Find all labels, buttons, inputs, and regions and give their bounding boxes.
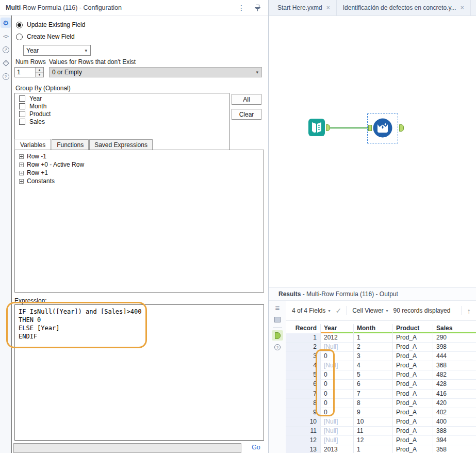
table-cell-prod[interactable]: Prod_A [393,399,433,408]
doc-tab-partial[interactable]: M [471,0,476,15]
expand-icon[interactable] [19,171,24,175]
radio-create-new-field[interactable]: Create New Field [16,33,75,40]
table-row[interactable]: 11[Null]11Prod_A388 [286,427,476,436]
all-button[interactable]: All [232,94,261,105]
col-header-month[interactable]: Month [354,324,393,333]
expression-editor[interactable]: IF IsNull([Year]) and [Sales]>400 THEN 0… [14,304,264,441]
table-cell-month[interactable]: 11 [354,427,393,436]
table-cell-year[interactable]: [Null] [321,417,354,427]
expand-icon[interactable] [19,179,24,184]
col-header-sales[interactable]: Sales [433,324,476,333]
fields-summary-dropdown[interactable]: 4 of 4 Fields [292,307,325,314]
table-cell-year[interactable]: 0 [321,370,354,380]
help-icon[interactable]: ? [272,342,283,352]
table-cell-month[interactable]: 6 [354,380,393,389]
table-cell-rec[interactable]: 9 [286,408,321,417]
stepper-down-icon[interactable]: ▾ [36,73,43,77]
table-cell-month[interactable]: 7 [354,390,393,399]
tree-item-constants[interactable]: Constants [19,177,264,185]
list-view-icon[interactable]: ≡ [272,302,283,313]
table-cell-rec[interactable]: 11 [286,427,321,436]
table-cell-sales[interactable]: 394 [433,436,476,445]
output-anchor-selected[interactable] [272,330,283,341]
table-row[interactable]: 12[Null]12Prod_A394 [286,436,476,445]
search-input[interactable] [13,443,241,453]
profile-view-icon[interactable] [272,314,283,325]
table-cell-rec[interactable]: 13 [286,445,321,453]
table-cell-month[interactable]: 5 [354,370,393,380]
output-anchor[interactable] [326,124,330,131]
table-cell-year[interactable]: [Null] [321,343,354,352]
table-cell-prod[interactable]: Prod_A [393,333,433,343]
table-cell-year[interactable]: 0 [321,380,354,389]
tab-saved-expressions[interactable]: Saved Expressions [89,139,153,150]
table-row[interactable]: 606Prod_A428 [286,380,476,389]
expand-icon[interactable] [19,154,24,159]
tree-item-row-plus-1[interactable]: Row +1 [19,169,264,177]
table-cell-prod[interactable]: Prod_A [393,408,433,417]
table-cell-sales[interactable]: 400 [433,417,476,427]
radio-update-existing-field[interactable]: Update Existing Field [16,21,85,28]
table-cell-year[interactable]: 2013 [321,445,354,453]
help-icon[interactable]: ? [1,71,11,82]
table-cell-year[interactable]: 2012 [321,333,354,343]
table-cell-month[interactable]: 2 [354,343,393,352]
table-cell-rec[interactable]: 10 [286,417,321,427]
table-cell-sales[interactable]: 428 [433,380,476,389]
gear-icon[interactable]: ⚙ [1,18,11,28]
table-cell-rec[interactable]: 2 [286,343,321,352]
table-cell-prod[interactable]: Prod_A [393,427,433,436]
go-button[interactable]: Go [252,444,260,451]
table-cell-sales[interactable]: 368 [433,361,476,370]
input-anchor[interactable] [368,125,372,131]
table-cell-month[interactable]: 12 [354,436,393,445]
table-cell-prod[interactable]: Prod_A [393,436,433,445]
table-row[interactable]: 2[Null]2Prod_A398 [286,343,476,352]
table-cell-month[interactable]: 4 [354,361,393,370]
doc-tab-start-here[interactable]: Start Here.yxmd × [271,0,337,15]
table-cell-prod[interactable]: Prod_A [393,380,433,389]
table-row[interactable]: 1320131Prod_A358 [286,445,476,453]
table-cell-rec[interactable]: 12 [286,436,321,445]
tag-icon[interactable] [1,58,11,68]
table-cell-rec[interactable]: 6 [286,380,321,389]
col-header-year[interactable]: Year [321,324,354,333]
stepper-up-icon[interactable]: ▴ [36,68,43,73]
table-row[interactable]: 505Prod_A482 [286,370,476,380]
input-data-tool[interactable] [308,118,325,137]
table-cell-rec[interactable]: 1 [286,333,321,343]
workflow-canvas[interactable] [269,16,476,287]
table-row[interactable]: 303Prod_A444 [286,352,476,361]
table-row[interactable]: 808Prod_A420 [286,399,476,408]
table-cell-sales[interactable]: 402 [433,408,476,417]
table-cell-prod[interactable]: Prod_A [393,390,433,399]
table-cell-rec[interactable]: 7 [286,390,321,399]
table-cell-year[interactable]: 0 [321,390,354,399]
table-row[interactable]: 10[Null]10Prod_A400 [286,417,476,427]
table-cell-prod[interactable]: Prod_A [393,417,433,427]
table-cell-prod[interactable]: Prod_A [393,361,433,370]
apply-checkmark-icon[interactable]: ✓ [335,306,341,315]
table-cell-sales[interactable]: 290 [433,333,476,343]
table-cell-month[interactable]: 10 [354,417,393,427]
table-row[interactable]: 4[Null]4Prod_A368 [286,361,476,370]
more-options-icon[interactable]: ⋮ [238,4,245,11]
col-header-record[interactable]: Record [286,324,321,333]
checkbox-year[interactable]: Year [15,94,229,102]
table-cell-year[interactable]: [Null] [321,361,354,370]
tab-variables[interactable]: Variables [14,139,51,150]
table-cell-sales[interactable]: 398 [433,343,476,352]
pin-icon[interactable] [254,4,261,12]
expand-icon[interactable] [19,163,24,167]
tree-item-row-minus-1[interactable]: Row -1 [19,152,264,160]
table-cell-sales[interactable]: 358 [433,445,476,453]
table-cell-prod[interactable]: Prod_A [393,352,433,361]
table-cell-prod[interactable]: Prod_A [393,370,433,380]
table-cell-year[interactable]: [Null] [321,436,354,445]
table-cell-sales[interactable]: 444 [433,352,476,361]
table-cell-rec[interactable]: 3 [286,352,321,361]
table-row[interactable]: 120121Prod_A290 [286,333,476,343]
table-cell-prod[interactable]: Prod_A [393,343,433,352]
multi-row-formula-tool[interactable] [373,118,392,138]
checkbox-sales[interactable]: Sales [15,118,229,125]
